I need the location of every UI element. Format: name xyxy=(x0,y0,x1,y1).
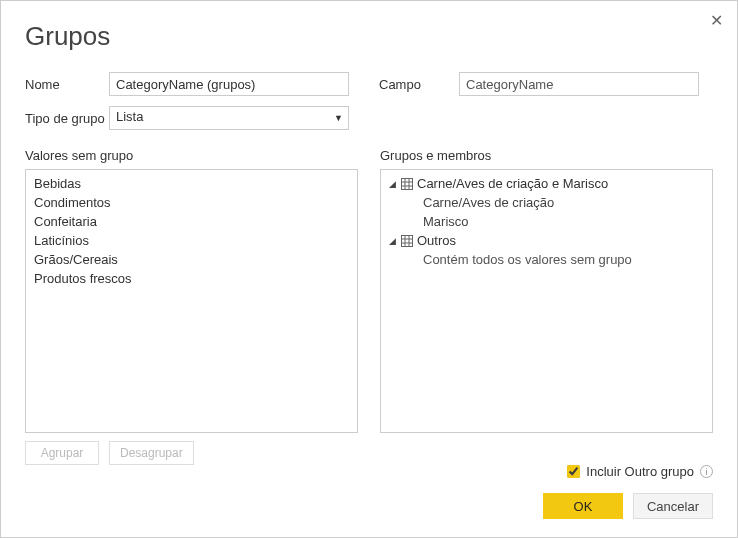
svg-rect-5 xyxy=(402,235,413,246)
ungrouped-listbox[interactable]: Bebidas Condimentos Confeitaria Laticíni… xyxy=(25,169,358,433)
tree-child[interactable]: Carne/Aves de criação xyxy=(387,193,706,212)
name-label: Nome xyxy=(25,77,109,92)
field-label: Campo xyxy=(379,77,423,92)
lists-row: Valores sem grupo Bebidas Condimentos Co… xyxy=(25,148,713,465)
collapse-icon[interactable]: ◢ xyxy=(387,179,397,189)
ungrouped-title: Valores sem grupo xyxy=(25,148,358,163)
close-icon[interactable]: ✕ xyxy=(710,11,723,30)
groups-title: Grupos e membros xyxy=(380,148,713,163)
groups-dialog: ✕ Grupos Nome Campo Tipo de grupo Lista … xyxy=(0,0,738,538)
table-icon xyxy=(401,235,413,247)
include-other-row: Incluir Outro grupo i xyxy=(567,464,713,479)
list-item[interactable]: Bebidas xyxy=(32,174,351,193)
ungrouped-column: Valores sem grupo Bebidas Condimentos Co… xyxy=(25,148,358,465)
collapse-icon[interactable]: ◢ xyxy=(387,236,397,246)
info-icon[interactable]: i xyxy=(700,465,713,478)
form-row-name: Nome Campo xyxy=(25,72,713,96)
list-item[interactable]: Laticínios xyxy=(32,231,351,250)
tree-node-label: Outros xyxy=(417,233,456,248)
field-input[interactable] xyxy=(459,72,699,96)
list-item[interactable]: Condimentos xyxy=(32,193,351,212)
groups-column: Grupos e membros ◢ Carne/Aves de criação xyxy=(380,148,713,465)
table-icon xyxy=(401,178,413,190)
name-input[interactable] xyxy=(109,72,349,96)
tree-node[interactable]: ◢ Outros xyxy=(387,231,706,250)
footer-buttons: OK Cancelar xyxy=(543,493,713,519)
include-other-label: Incluir Outro grupo xyxy=(586,464,694,479)
list-item[interactable]: Produtos frescos xyxy=(32,269,351,288)
type-label: Tipo de grupo xyxy=(25,111,109,126)
group-button[interactable]: Agrupar xyxy=(25,441,99,465)
group-buttons-row: Agrupar Desagrupar xyxy=(25,441,358,465)
cancel-button[interactable]: Cancelar xyxy=(633,493,713,519)
group-type-select[interactable]: Lista ▼ xyxy=(109,106,349,130)
tree-node-label: Carne/Aves de criação e Marisco xyxy=(417,176,608,191)
tree-node-desc: Contém todos os valores sem grupo xyxy=(387,250,706,269)
tree-node[interactable]: ◢ Carne/Aves de criação e Marisco xyxy=(387,174,706,193)
ungroup-button[interactable]: Desagrupar xyxy=(109,441,194,465)
group-type-value[interactable]: Lista xyxy=(109,106,349,130)
form-row-type: Tipo de grupo Lista ▼ xyxy=(25,106,713,130)
tree-child[interactable]: Marisco xyxy=(387,212,706,231)
ok-button[interactable]: OK xyxy=(543,493,623,519)
dialog-title: Grupos xyxy=(25,21,713,52)
list-item[interactable]: Confeitaria xyxy=(32,212,351,231)
svg-rect-0 xyxy=(402,178,413,189)
groups-treebox[interactable]: ◢ Carne/Aves de criação e Marisco Carne/… xyxy=(380,169,713,433)
list-item[interactable]: Grãos/Cereais xyxy=(32,250,351,269)
include-other-checkbox[interactable] xyxy=(567,465,580,478)
